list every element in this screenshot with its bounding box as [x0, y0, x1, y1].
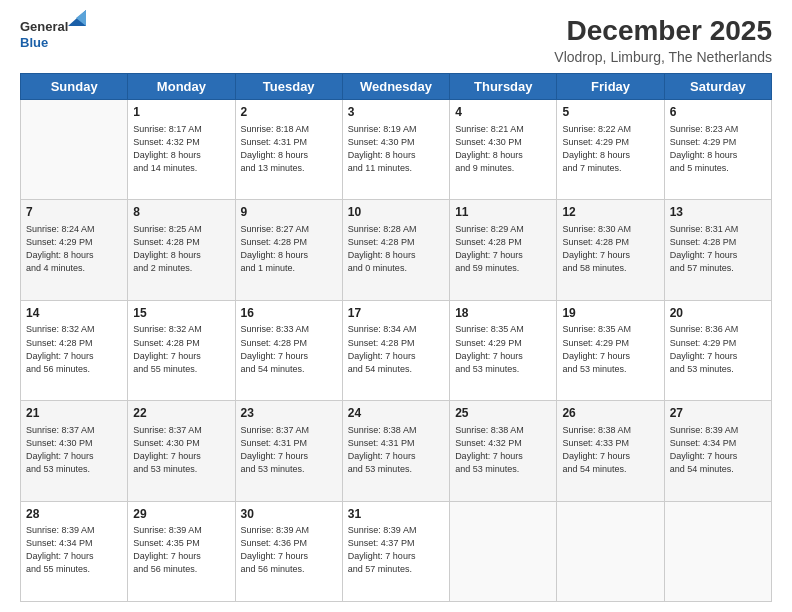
- week-row-4: 21Sunrise: 8:37 AM Sunset: 4:30 PM Dayli…: [21, 401, 772, 501]
- calendar-cell: 19Sunrise: 8:35 AM Sunset: 4:29 PM Dayli…: [557, 300, 664, 400]
- day-info: Sunrise: 8:28 AM Sunset: 4:28 PM Dayligh…: [348, 223, 444, 275]
- day-number: 29: [133, 506, 229, 523]
- header-tuesday: Tuesday: [235, 73, 342, 99]
- calendar-cell: 31Sunrise: 8:39 AM Sunset: 4:37 PM Dayli…: [342, 501, 449, 601]
- calendar-cell: [450, 501, 557, 601]
- logo-arrow-icon: [68, 10, 86, 26]
- day-info: Sunrise: 8:18 AM Sunset: 4:31 PM Dayligh…: [241, 123, 337, 175]
- day-info: Sunrise: 8:27 AM Sunset: 4:28 PM Dayligh…: [241, 223, 337, 275]
- calendar-cell: 6Sunrise: 8:23 AM Sunset: 4:29 PM Daylig…: [664, 99, 771, 199]
- day-info: Sunrise: 8:38 AM Sunset: 4:31 PM Dayligh…: [348, 424, 444, 476]
- day-number: 30: [241, 506, 337, 523]
- day-info: Sunrise: 8:30 AM Sunset: 4:28 PM Dayligh…: [562, 223, 658, 275]
- day-info: Sunrise: 8:24 AM Sunset: 4:29 PM Dayligh…: [26, 223, 122, 275]
- day-number: 6: [670, 104, 766, 121]
- day-number: 4: [455, 104, 551, 121]
- day-info: Sunrise: 8:38 AM Sunset: 4:32 PM Dayligh…: [455, 424, 551, 476]
- calendar-cell: 5Sunrise: 8:22 AM Sunset: 4:29 PM Daylig…: [557, 99, 664, 199]
- day-number: 11: [455, 204, 551, 221]
- day-number: 18: [455, 305, 551, 322]
- calendar-cell: [664, 501, 771, 601]
- week-row-5: 28Sunrise: 8:39 AM Sunset: 4:34 PM Dayli…: [21, 501, 772, 601]
- day-number: 12: [562, 204, 658, 221]
- calendar-cell: 21Sunrise: 8:37 AM Sunset: 4:30 PM Dayli…: [21, 401, 128, 501]
- calendar-cell: 30Sunrise: 8:39 AM Sunset: 4:36 PM Dayli…: [235, 501, 342, 601]
- day-number: 1: [133, 104, 229, 121]
- day-number: 10: [348, 204, 444, 221]
- day-number: 2: [241, 104, 337, 121]
- day-info: Sunrise: 8:19 AM Sunset: 4:30 PM Dayligh…: [348, 123, 444, 175]
- calendar-cell: 4Sunrise: 8:21 AM Sunset: 4:30 PM Daylig…: [450, 99, 557, 199]
- calendar-header-row: SundayMondayTuesdayWednesdayThursdayFrid…: [21, 73, 772, 99]
- week-row-3: 14Sunrise: 8:32 AM Sunset: 4:28 PM Dayli…: [21, 300, 772, 400]
- day-info: Sunrise: 8:39 AM Sunset: 4:35 PM Dayligh…: [133, 524, 229, 576]
- day-number: 22: [133, 405, 229, 422]
- calendar-cell: 29Sunrise: 8:39 AM Sunset: 4:35 PM Dayli…: [128, 501, 235, 601]
- day-info: Sunrise: 8:17 AM Sunset: 4:32 PM Dayligh…: [133, 123, 229, 175]
- calendar-cell: 3Sunrise: 8:19 AM Sunset: 4:30 PM Daylig…: [342, 99, 449, 199]
- day-number: 16: [241, 305, 337, 322]
- day-number: 9: [241, 204, 337, 221]
- day-info: Sunrise: 8:22 AM Sunset: 4:29 PM Dayligh…: [562, 123, 658, 175]
- calendar-table: SundayMondayTuesdayWednesdayThursdayFrid…: [20, 73, 772, 602]
- calendar-cell: 11Sunrise: 8:29 AM Sunset: 4:28 PM Dayli…: [450, 200, 557, 300]
- header-saturday: Saturday: [664, 73, 771, 99]
- calendar-cell: 27Sunrise: 8:39 AM Sunset: 4:34 PM Dayli…: [664, 401, 771, 501]
- calendar-cell: 7Sunrise: 8:24 AM Sunset: 4:29 PM Daylig…: [21, 200, 128, 300]
- header-sunday: Sunday: [21, 73, 128, 99]
- day-info: Sunrise: 8:37 AM Sunset: 4:31 PM Dayligh…: [241, 424, 337, 476]
- calendar-cell: 9Sunrise: 8:27 AM Sunset: 4:28 PM Daylig…: [235, 200, 342, 300]
- day-info: Sunrise: 8:35 AM Sunset: 4:29 PM Dayligh…: [562, 323, 658, 375]
- logo: General Blue: [20, 16, 68, 51]
- day-info: Sunrise: 8:31 AM Sunset: 4:28 PM Dayligh…: [670, 223, 766, 275]
- calendar-page: General Blue December 2025 Vlodrop, Limb…: [0, 0, 792, 612]
- calendar-cell: 12Sunrise: 8:30 AM Sunset: 4:28 PM Dayli…: [557, 200, 664, 300]
- page-header: General Blue December 2025 Vlodrop, Limb…: [20, 16, 772, 65]
- day-number: 25: [455, 405, 551, 422]
- calendar-cell: 28Sunrise: 8:39 AM Sunset: 4:34 PM Dayli…: [21, 501, 128, 601]
- calendar-cell: 15Sunrise: 8:32 AM Sunset: 4:28 PM Dayli…: [128, 300, 235, 400]
- day-number: 28: [26, 506, 122, 523]
- day-number: 8: [133, 204, 229, 221]
- day-number: 17: [348, 305, 444, 322]
- day-info: Sunrise: 8:38 AM Sunset: 4:33 PM Dayligh…: [562, 424, 658, 476]
- day-info: Sunrise: 8:37 AM Sunset: 4:30 PM Dayligh…: [133, 424, 229, 476]
- calendar-cell: 20Sunrise: 8:36 AM Sunset: 4:29 PM Dayli…: [664, 300, 771, 400]
- header-thursday: Thursday: [450, 73, 557, 99]
- calendar-cell: 17Sunrise: 8:34 AM Sunset: 4:28 PM Dayli…: [342, 300, 449, 400]
- week-row-2: 7Sunrise: 8:24 AM Sunset: 4:29 PM Daylig…: [21, 200, 772, 300]
- calendar-cell: [557, 501, 664, 601]
- day-number: 24: [348, 405, 444, 422]
- day-number: 27: [670, 405, 766, 422]
- page-title: December 2025: [554, 16, 772, 47]
- calendar-cell: 16Sunrise: 8:33 AM Sunset: 4:28 PM Dayli…: [235, 300, 342, 400]
- calendar-cell: 8Sunrise: 8:25 AM Sunset: 4:28 PM Daylig…: [128, 200, 235, 300]
- day-info: Sunrise: 8:39 AM Sunset: 4:36 PM Dayligh…: [241, 524, 337, 576]
- calendar-cell: 14Sunrise: 8:32 AM Sunset: 4:28 PM Dayli…: [21, 300, 128, 400]
- week-row-1: 1Sunrise: 8:17 AM Sunset: 4:32 PM Daylig…: [21, 99, 772, 199]
- logo-blue: Blue: [20, 35, 48, 51]
- calendar-cell: 13Sunrise: 8:31 AM Sunset: 4:28 PM Dayli…: [664, 200, 771, 300]
- day-number: 13: [670, 204, 766, 221]
- day-number: 14: [26, 305, 122, 322]
- day-info: Sunrise: 8:23 AM Sunset: 4:29 PM Dayligh…: [670, 123, 766, 175]
- day-info: Sunrise: 8:39 AM Sunset: 4:34 PM Dayligh…: [670, 424, 766, 476]
- calendar-cell: 2Sunrise: 8:18 AM Sunset: 4:31 PM Daylig…: [235, 99, 342, 199]
- calendar-cell: 25Sunrise: 8:38 AM Sunset: 4:32 PM Dayli…: [450, 401, 557, 501]
- day-number: 20: [670, 305, 766, 322]
- day-info: Sunrise: 8:39 AM Sunset: 4:37 PM Dayligh…: [348, 524, 444, 576]
- calendar-cell: 1Sunrise: 8:17 AM Sunset: 4:32 PM Daylig…: [128, 99, 235, 199]
- calendar-cell: 18Sunrise: 8:35 AM Sunset: 4:29 PM Dayli…: [450, 300, 557, 400]
- day-number: 19: [562, 305, 658, 322]
- day-info: Sunrise: 8:34 AM Sunset: 4:28 PM Dayligh…: [348, 323, 444, 375]
- day-info: Sunrise: 8:21 AM Sunset: 4:30 PM Dayligh…: [455, 123, 551, 175]
- calendar-cell: 26Sunrise: 8:38 AM Sunset: 4:33 PM Dayli…: [557, 401, 664, 501]
- day-number: 23: [241, 405, 337, 422]
- header-wednesday: Wednesday: [342, 73, 449, 99]
- calendar-cell: 24Sunrise: 8:38 AM Sunset: 4:31 PM Dayli…: [342, 401, 449, 501]
- day-info: Sunrise: 8:39 AM Sunset: 4:34 PM Dayligh…: [26, 524, 122, 576]
- day-number: 3: [348, 104, 444, 121]
- page-subtitle: Vlodrop, Limburg, The Netherlands: [554, 49, 772, 65]
- day-info: Sunrise: 8:36 AM Sunset: 4:29 PM Dayligh…: [670, 323, 766, 375]
- day-info: Sunrise: 8:35 AM Sunset: 4:29 PM Dayligh…: [455, 323, 551, 375]
